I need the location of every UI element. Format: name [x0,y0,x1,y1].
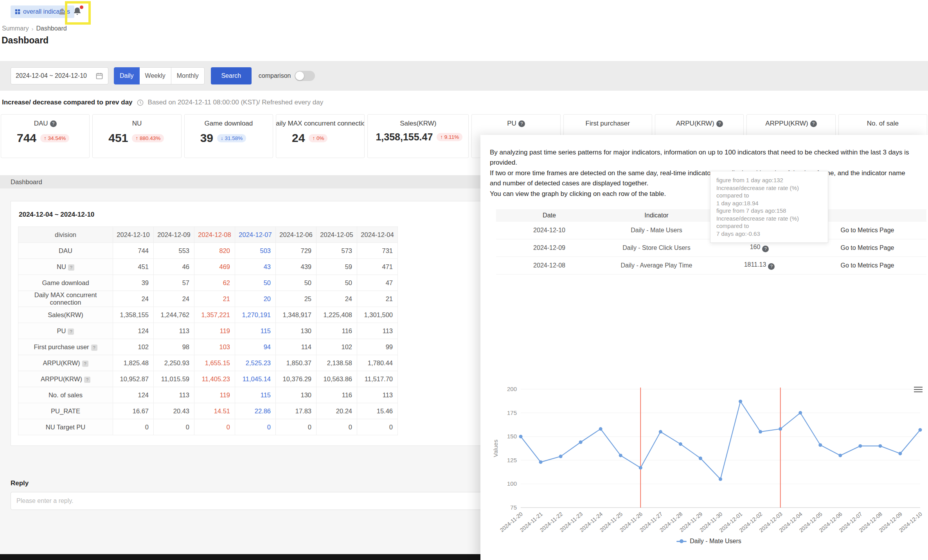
cell: 115 [235,387,276,403]
kpi-value: 744 [17,131,36,145]
cell: 62 [194,275,235,291]
svg-text:200: 200 [507,386,517,392]
detected-indicator: Daily - Store Click Users [602,239,710,257]
row-label: First purchase user? [18,339,113,355]
panel-paragraph: You can view the graph by clicking on ea… [490,189,915,199]
help-icon[interactable]: ? [810,120,817,127]
metrics-column-header: 2024-12-10 [113,227,154,243]
cell: 0 [235,419,276,435]
cell: 113 [357,323,398,339]
kpi-card[interactable]: NU451↑ 880.43% [92,114,181,158]
kpi-card[interactable]: Daily MAX concurrent connection24↑ 0% [276,114,365,158]
breadcrumb-dashboard[interactable]: Dashboard [36,25,67,32]
help-icon[interactable]: ? [518,120,525,127]
help-icon[interactable]: ? [762,246,769,252]
cell: 24 [113,291,154,307]
cell: 20 [235,291,276,307]
cell: 116 [317,387,357,403]
detected-row[interactable]: 2024-12-08Daily - Average Play Time1811.… [496,257,926,275]
help-icon[interactable]: ? [82,361,88,367]
cell: 25 [276,291,317,307]
date-range-input[interactable]: 2024-12-04 ~ 2024-12-10 [11,67,108,84]
kpi-title: ARPU(KRW)? [655,120,743,127]
row-label: Game download [18,275,113,291]
breadcrumb-summary[interactable]: Summary [2,25,29,32]
table-row: PU?124113119115130116113 [18,323,398,339]
period-weekly-button[interactable]: Weekly [139,67,171,84]
cell: 115 [235,323,276,339]
help-icon[interactable]: ? [84,377,90,383]
cell: 39 [113,275,154,291]
cell: 103 [194,339,235,355]
detected-value: 1811.13? [710,257,808,275]
legend-label: Daily - Mate Users [690,538,741,545]
period-daily-button[interactable]: Daily [114,67,140,84]
table-row: Daily MAX concurrent connection242421202… [18,291,398,307]
metrics-column-header: 2024-12-08 [194,227,235,243]
cell: 113 [154,387,194,403]
cell: 11,517.70 [357,371,398,387]
tooltip-line: 1 day ago:18.94 [716,199,822,207]
cell: 1,270,191 [235,307,276,323]
table-row: NU?451464694343959471 [18,259,398,275]
cell: 116 [317,323,357,339]
kpi-value-row: 744↑ 34.54% [1,131,89,145]
search-button[interactable]: Search [211,67,252,84]
help-icon[interactable]: ? [50,120,57,127]
kpi-value-row: 451↑ 880.43% [93,131,181,145]
menu-icon[interactable] [914,385,923,394]
help-icon[interactable]: ? [716,120,723,127]
svg-text:150: 150 [507,433,517,440]
comparison-toggle[interactable] [295,71,315,81]
row-label: ARPU(KRW)? [18,355,113,371]
row-label: PU? [18,323,113,339]
calendar-icon [95,72,103,80]
kpi-title: No. of sale [839,120,927,127]
metrics-column-header: 2024-12-09 [154,227,194,243]
go-to-metrics-link[interactable]: Go to Metrics Page [808,257,926,275]
svg-text:125: 125 [507,457,517,463]
cell: 98 [154,339,194,355]
kpi-value-row: 24↑ 0% [276,131,364,145]
tooltip-line: Increase/decrease rate rate (%) compared… [716,184,822,199]
kpi-title: ARPPU(KRW)? [747,120,835,127]
cell: 11,015.59 [154,371,194,387]
cell: 50 [235,275,276,291]
cell: 1,825.48 [113,355,154,371]
period-monthly-button[interactable]: Monthly [171,67,205,84]
help-icon[interactable]: ? [68,328,74,335]
cell: 119 [194,387,235,403]
help-icon[interactable]: ? [68,264,74,271]
row-label: DAU [18,243,113,259]
cell: 1,225,408 [317,307,357,323]
metrics-column-header: 2024-12-05 [317,227,357,243]
cell: 2,525.23 [235,355,276,371]
help-icon[interactable]: ? [768,263,775,270]
cell: 47 [357,275,398,291]
tooltip-line: 7 days ago:-0.63 [716,230,822,238]
breadcrumb-separator-icon: › [31,25,33,32]
cell: 1,358,155 [113,307,154,323]
cell: 1,348,917 [276,307,317,323]
cell: 14.51 [194,403,235,419]
table-row: DAU744553820503729573731 [18,243,398,259]
help-icon[interactable]: ? [91,345,97,351]
page-title: Dashboard [2,35,49,46]
cell: 20.24 [317,403,357,419]
cell: 124 [113,323,154,339]
chart-legend[interactable]: Daily - Mate Users [490,538,928,545]
kpi-value-row: 39↓ 31.58% [185,131,273,145]
table-row: NU Target PU0000000 [18,419,398,435]
cell: 21 [194,291,235,307]
metrics-table: division2024-12-102024-12-092024-12-0820… [18,226,398,435]
cell: 15.46 [357,403,398,419]
cell: 10,376.29 [276,371,317,387]
cell: 59 [317,259,357,275]
kpi-card[interactable]: Sales(KRW)1,358,155.47↑ 9.11% [367,114,469,158]
kpi-card[interactable]: DAU?744↑ 34.54% [1,114,90,158]
kpi-card[interactable]: Game download39↓ 31.58% [184,114,273,158]
breadcrumb: Summary › Dashboard [2,25,67,32]
page: overall indicators Summary › Dashboard D… [0,0,928,560]
cell: 1,244,762 [154,307,194,323]
detected-column-header: Date [496,209,602,222]
